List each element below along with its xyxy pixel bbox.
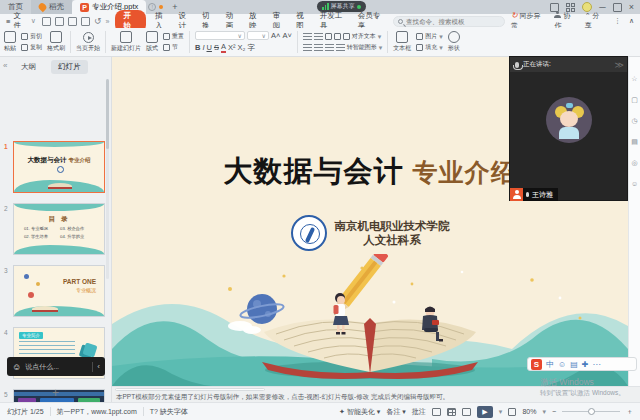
zoom-level[interactable]: 80% [522,408,536,415]
bullet-list-icon[interactable] [303,33,312,41]
slide-org-block[interactable]: 南京机电职业技术学院 人文社科系 [112,215,628,251]
sidebar-star-icon[interactable]: ☆ [631,75,637,83]
slide-thumbnail-2[interactable]: 目 录 01. 专业概况03. 校企合作 02. 学生培养04. 升学就业 [13,203,105,255]
play-slideshow-button[interactable]: ▶ [477,406,493,418]
chat-collapse-icon[interactable]: ‹ [97,362,100,371]
font-size-select[interactable]: ∨ [247,31,269,40]
quick-access-more[interactable]: » [105,18,109,25]
tab-outline[interactable]: 大纲 [14,60,43,74]
sidebar-smiley-icon[interactable]: ☺ [631,180,638,187]
cut-button[interactable]: 剪切 [21,32,42,41]
tab-slides[interactable]: 幻灯片 [51,60,88,74]
college-logo [291,215,327,251]
chevron-down-icon: ▾ [439,44,443,52]
numbered-list-icon[interactable] [314,33,323,41]
sidebar-bulb-icon[interactable]: ◎ [631,159,637,167]
paste-button[interactable]: 粘贴 [4,31,16,53]
zoom-slider[interactable] [562,411,620,413]
insert-group: 图片▾ 填充▾ [416,32,443,52]
preview-icon[interactable] [81,17,90,26]
play-dropdown-icon[interactable]: ▾ [499,408,503,416]
superscript-button[interactable]: X² [228,43,236,52]
section-button[interactable]: 节 [163,43,184,52]
increase-font-icon[interactable]: A˄ [271,31,280,40]
sorter-view-icon[interactable] [447,408,456,416]
tab-docer[interactable]: 稻壳 [31,0,72,14]
emoji-icon[interactable]: ☺ [12,362,21,372]
play-from-current-button[interactable]: 当页开始 [76,32,100,53]
zoom-slider-knob[interactable] [588,408,595,415]
command-search[interactable] [393,16,505,27]
format-painter-button[interactable]: 格式刷 [47,31,65,53]
shapes-label: 形状 [448,44,460,53]
picture-button[interactable]: 图片▾ [416,32,443,41]
align-left-icon[interactable] [303,44,312,52]
align-center-icon[interactable] [314,44,323,52]
sidebar-card-icon[interactable]: ▤ [631,138,638,146]
meeting-chat-bubble[interactable]: ☺ 说点什么... ‹ [7,357,105,376]
line-spacing-icon[interactable] [343,33,350,40]
print-icon[interactable] [68,17,77,26]
reading-view-icon[interactable] [462,408,471,416]
new-slide-button[interactable]: 新建幻灯片 [111,31,141,53]
zoom-in-button[interactable]: ＋ [626,407,633,417]
sidebar-doc-icon[interactable]: ▢ [631,96,638,104]
align-text-button[interactable]: 对齐文本 [352,32,376,41]
chat-placeholder[interactable]: 说点什么... [25,362,59,372]
textbox-button[interactable]: 文本框 [393,31,411,53]
search-icon [398,19,403,24]
export-icon[interactable] [55,17,64,26]
fit-zoom-icon[interactable] [508,408,516,416]
sidebar-clock-icon[interactable]: ◷ [631,117,637,125]
slide-title-main: 大数据与会计 [223,155,403,187]
bold-button[interactable]: B [195,43,200,52]
missing-font-icon: T? [150,408,158,415]
horizontal-scrollbar[interactable] [115,388,265,391]
ime-logo-icon[interactable]: S [531,359,542,370]
underline-button[interactable]: U [207,43,212,52]
font-color-button[interactable]: A [221,42,226,53]
slide-thumbnail-1[interactable]: 大数据与会计 专业介绍 [13,141,105,193]
ime-emoji-icon[interactable]: ☺ [558,360,566,369]
panel-scrollbar[interactable] [106,79,109,279]
ime-toolbar[interactable]: S 中 ☺ ▤ ✚ ⋯ [527,357,637,371]
copy-button[interactable]: 复制 [21,43,42,52]
meeting-video-tile[interactable]: 王诗雅 [510,72,627,201]
smartart-button[interactable]: 转智能图形 [347,43,377,52]
missing-font-indicator[interactable]: T? 缺失字体 [150,407,188,417]
align-right-icon[interactable] [325,44,334,52]
notes-button[interactable]: 备注 ▾ [386,407,405,417]
italic-button[interactable]: I [202,43,204,52]
indent-decrease-icon[interactable] [325,33,332,40]
font-name-select[interactable]: ∨ [195,31,245,40]
save-icon[interactable] [42,17,51,26]
more-menu-icon[interactable]: ⋮ [614,17,621,25]
meeting-overlay[interactable]: 正在讲话: ≫ 王诗雅 [509,56,628,201]
fold-chevrons-icon[interactable]: ≫ [615,60,622,70]
reset-button[interactable]: 重置 [163,32,184,41]
undo-icon[interactable]: ↺ [94,16,102,26]
char-spacing-button[interactable]: 字 [247,43,255,53]
ime-keyboard-icon[interactable]: ▤ [570,360,578,369]
slide-thumbnail-3[interactable]: PART ONE专业概况 [13,265,105,317]
layout-button[interactable]: 版式 [146,31,158,53]
panel-collapse-icon[interactable]: « [3,61,7,70]
zoom-dropdown-icon[interactable]: ▾ [542,408,546,416]
shapes-button[interactable]: 形状 [448,31,460,53]
normal-view-icon[interactable] [432,408,441,416]
decrease-font-icon[interactable]: A˅ [282,31,291,40]
search-input[interactable] [406,18,500,25]
ime-toolbox-icon[interactable]: ✚ [582,360,589,369]
zoom-out-button[interactable]: − [552,408,556,415]
fill-button[interactable]: 填充▾ [416,43,443,52]
collapse-ribbon-icon[interactable]: ∧ [629,17,634,25]
indent-increase-icon[interactable] [334,33,341,40]
ime-language-toggle[interactable]: 中 [546,359,554,370]
subscript-button[interactable]: X₂ [237,43,245,52]
comments-button[interactable]: 批注 [412,407,426,417]
ime-more-icon[interactable]: ⋯ [592,360,600,369]
beautify-button[interactable]: ✦ 智能美化 ▾ [339,407,380,417]
add-slide-button[interactable]: + [0,386,111,400]
justify-icon[interactable] [336,44,345,52]
strikethrough-button[interactable]: S [214,43,219,52]
